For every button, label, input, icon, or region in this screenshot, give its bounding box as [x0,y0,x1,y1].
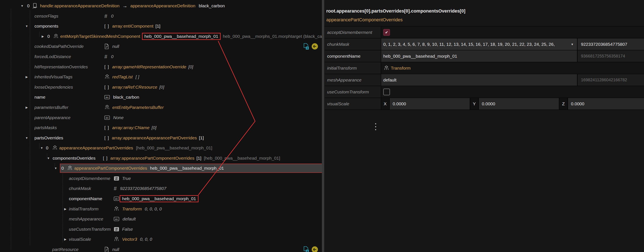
tree-row-parentAppearance[interactable]: parentAppearance abc None [0,113,322,123]
class-link[interactable]: appearancePartComponentOverrides [326,17,403,23]
tree-row-partResource[interactable]: partResource null [0,244,322,252]
tree-row-meshAppearance[interactable]: meshAppearance abc default [0,214,322,224]
row-label: hitRepresentationOverrides [34,64,104,69]
row-type: appearancePartComponentOverrides [74,166,147,171]
row-value: 0, 0, 0, 0 [145,206,162,211]
property-label: useCustomTransform [324,86,381,98]
row-value: null [112,247,119,252]
row-value: default [122,216,136,221]
row-type: array:gameHitRepresentationOverride [112,64,186,69]
caret-down-icon[interactable]: ▼ [54,164,58,173]
row-type: redTagList [112,74,132,79]
acceptDismemberment-checkbox[interactable]: ✔ [383,29,390,36]
root-class-name: appearanceAppearanceDefinition [130,3,196,8]
property-label: componentName [324,50,381,62]
property-label: initialTransform [324,62,381,74]
root-value: black_carbon [199,3,225,8]
componentName-input[interactable]: heb_000_pwa__basehead_morph_01 [381,50,578,62]
row-label: partsOverrides [34,135,104,140]
tree-row-partsMasks[interactable]: partsMasks [ ] array:array:CName [0] [0,123,322,133]
splitter-grip[interactable] [375,123,376,130]
array-count: [0] [188,64,193,69]
tree-row-looseDependencies[interactable]: looseDependencies [ ] array:raRef:CResou… [0,82,322,92]
meshAppearance-input[interactable]: default [381,74,578,86]
row-type: array:appearancePartComponentOverrides [110,156,194,161]
tree-row-cookedDataPathOverride[interactable]: cookedDataPathOverride null [0,41,322,51]
tree-row-parametersBuffer[interactable]: ▶ parametersBuffer entEntityParametersBu… [0,102,322,112]
property-row-chunkMask: chunkMask 0, 1, 2, 3, 4, 5, 6, 7, 8, 9, … [324,39,644,50]
breadcrumb: root.appearances[0].partsOverrides[0].co… [326,8,465,14]
row-label: componentName [69,196,114,201]
chevron-down-icon: ▼ [571,43,574,46]
array-count: [0] [152,125,156,130]
class-icon [67,165,72,171]
row-value: 0 [111,54,114,59]
tree-row-hitRepresentationOverrides[interactable]: hitRepresentationOverrides [ ] array:gam… [0,62,322,72]
row-index: 0 [46,145,48,150]
class-icon [114,206,119,212]
tree-row-components-0[interactable]: ▶ 0 entMorphTargetSkinnedMeshComponent h… [0,31,322,41]
tree-row-root[interactable]: ▼ 0 handle:appearanceAppearanceDefinitio… [0,1,322,11]
caret-down-icon[interactable]: ▼ [46,156,50,160]
caret-right-icon[interactable]: ▶ [41,35,45,38]
tree-row-componentsOverrides-0-selected[interactable]: 0 appearancePartComponentOverrides heb_0… [60,164,322,173]
revert-icon[interactable] [312,43,318,51]
caret-down-icon[interactable]: ▼ [25,136,29,140]
row-value: 0 [111,14,114,19]
import-resource-icon[interactable] [303,246,309,252]
row-label: inheritedVisualTags [34,74,104,79]
visualScale-z-input[interactable]: 0.0000 [568,98,644,110]
row-label: meshAppearance [69,216,114,221]
caret-down-icon[interactable]: ▼ [20,4,24,8]
property-label: visualScale [324,98,381,110]
caret-right-icon[interactable]: ▶ [25,106,29,109]
visualScale-x-input[interactable]: 0.0000 [390,98,470,110]
tree-row-censorFlags[interactable]: censorFlags # 0 [0,11,322,21]
array-count: [1] [156,24,160,29]
row-actions [303,43,318,51]
row-label: componentsOverrides [52,156,103,161]
tree-row-partsOverrides[interactable]: ▼ partsOverrides [ ] array:appearanceApp… [0,133,322,143]
tree-row-inheritedVisualTags[interactable]: ▶ inheritedVisualTags redTagList [ ] [0,72,322,82]
tree-row-acceptDismemberment[interactable]: acceptDismemberme True [0,173,322,183]
number-type-icon: # [104,13,107,19]
tree-row-visualScale[interactable]: ▶ visualScale Vector3 0, 0, 0 [0,234,322,244]
useCustomTransform-checkbox[interactable] [383,89,390,95]
row-type: entEntityParametersBuffer [112,105,164,110]
row-label: components [34,24,104,29]
initialTransform-class-link[interactable]: Transform [391,66,410,71]
panel-divider[interactable] [322,0,324,252]
row-type: array:raRef:CResource [112,85,158,90]
property-row-visualScale: visualScale X 0.0000 Y 0.0000 Z 0.0000 [324,98,644,110]
tree-row-chunkMask[interactable]: chunkMask # 9223372036854775807 [0,183,322,193]
array-type-icon: [ ] [104,125,110,130]
row-label: cookedDataPathOverride [34,44,104,49]
tree-row-components[interactable]: ▼ components [ ] array:entIComponent [1] [0,21,322,31]
row-label: censorFlags [34,14,104,19]
array-type-icon: [ ] [104,135,110,140]
revert-icon[interactable] [312,246,318,252]
property-label: meshAppearance [324,74,381,86]
property-row-acceptDismemberment: acceptDismemberment ✔ [324,27,644,39]
tree-row-initialTransform[interactable]: ▶ initialTransform Transform 0, 0, 0, 0 [0,204,322,214]
chunkMask-dropdown[interactable]: 0, 1, 2, 3, 4, 5, 6, 7, 8, 9, 10, 11, 12… [381,39,578,50]
caret-right-icon[interactable]: ▶ [63,207,68,211]
tree-row-name[interactable]: name abc black_carbon [0,92,322,102]
caret-down-icon[interactable]: ▼ [40,146,44,150]
tree-row-componentsOverrides[interactable]: ▼ componentsOverrides [ ] array:appearan… [0,153,322,163]
tree-row-partsOverrides-0[interactable]: ▼ 0 appearanceAppearancePartOverrides [h… [0,143,322,153]
import-resource-icon[interactable] [303,43,309,51]
caret-right-icon[interactable]: ▶ [63,237,68,241]
row-index: 0 [61,166,64,171]
caret-down-icon[interactable]: ▼ [25,25,29,28]
tree-row-componentName[interactable]: componentName abc heb_000_pwa__basehead_… [0,194,322,204]
row-label: name [34,95,104,100]
bool-type-icon [114,226,119,232]
row-extra: [heb_000_pwa__basehead_morph_01] [204,156,280,161]
visualScale-y-input[interactable]: 0.0000 [479,98,560,110]
class-icon [114,236,119,242]
tree-row-useCustomTransform[interactable]: useCustomTransform False [0,224,322,234]
tree-row-forcedLodDistance[interactable]: forcedLodDistance # 0 [0,52,322,62]
chunkMask-value[interactable]: 9223372036854775807 [578,39,644,50]
caret-right-icon[interactable]: ▶ [25,75,29,79]
